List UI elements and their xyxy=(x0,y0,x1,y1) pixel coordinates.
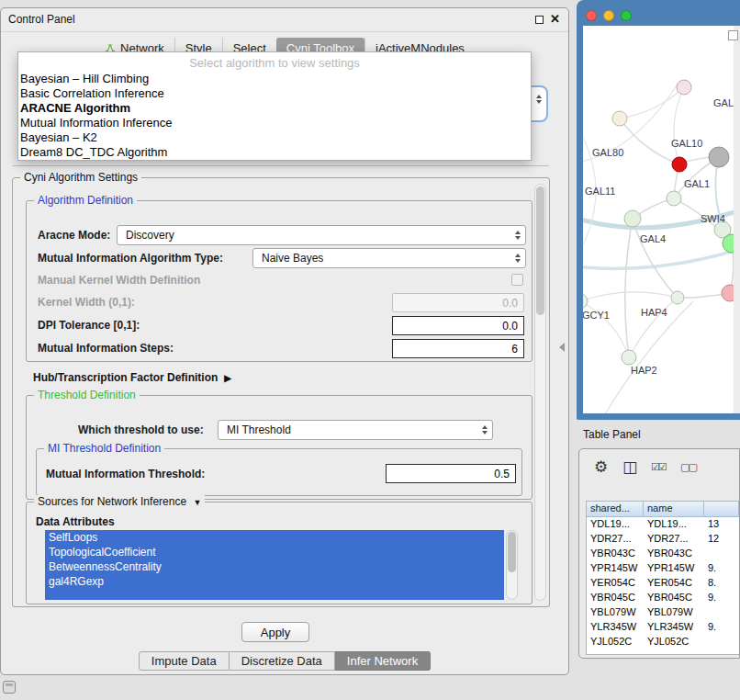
table-cell: 9. xyxy=(704,561,739,576)
network-canvas[interactable]: GAL80GAL10GALGAL11GAL1SWI4GAL4GCY1HAP4HA… xyxy=(583,26,734,413)
mi-threshold-field[interactable]: 0.5 xyxy=(386,464,516,483)
mi-algorithm-type-label: Mutual Information Algorithm Type: xyxy=(38,252,223,265)
network-edge xyxy=(583,292,678,301)
network-node-label: HAP2 xyxy=(631,365,657,376)
network-edge xyxy=(625,219,633,357)
which-threshold-value: MI Threshold xyxy=(227,423,291,436)
minimize-traffic-light-icon[interactable] xyxy=(603,10,614,21)
network-node[interactable] xyxy=(709,147,729,167)
table-row[interactable]: YLR345WYLR345W9. xyxy=(587,620,739,635)
network-node-label: GAL80 xyxy=(592,147,623,158)
unselect-all-columns-icon[interactable]: ▢▢ xyxy=(680,461,696,473)
table-row[interactable]: YBL079WYBL079W xyxy=(587,605,739,620)
table-row[interactable]: YDL19...YDL19...13 xyxy=(587,517,739,532)
attribute-item[interactable]: TopologicalCoefficient xyxy=(45,545,504,559)
tab-discretize-data[interactable]: Discretize Data xyxy=(230,651,335,671)
kernel-width-label: Kernel Width (0,1): xyxy=(38,296,135,309)
chevron-down-icon[interactable]: ▼ xyxy=(193,498,201,507)
settings-group-title: Cyni Algorithm Settings xyxy=(20,171,141,184)
panel-resize-arrow[interactable] xyxy=(559,343,565,352)
network-graph: GAL80GAL10GALGAL11GAL1SWI4GAL4GCY1HAP4HA… xyxy=(583,26,734,413)
control-panel-titlebar: Control Panel ✕ xyxy=(1,8,568,32)
mi-steps-field[interactable]: 6 xyxy=(392,339,524,358)
network-edge xyxy=(620,87,684,119)
table-row[interactable]: YBR043CYBR043C xyxy=(587,547,739,561)
show-columns-icon[interactable]: ◫ xyxy=(622,457,637,477)
apply-button[interactable]: Apply xyxy=(241,622,309,642)
manual-kernel-checkbox xyxy=(511,274,523,286)
algorithm-option[interactable]: Basic Correlation Inference xyxy=(18,86,531,101)
table-cell: YER054C xyxy=(587,576,644,591)
column-header[interactable] xyxy=(704,502,739,517)
algorithm-option[interactable]: Bayesian – Hill Climbing xyxy=(18,72,531,86)
sources-group: Sources for Network Inference ▼ Data Att… xyxy=(26,502,533,604)
sources-group-title: Sources for Network Inference ▼ xyxy=(34,495,205,508)
algorithm-option[interactable]: ARACNE Algorithm xyxy=(18,101,531,116)
network-node[interactable] xyxy=(677,80,691,95)
which-threshold-select[interactable]: MI Threshold xyxy=(218,420,493,440)
close-traffic-light-icon[interactable] xyxy=(586,10,597,21)
network-node-gal10[interactable] xyxy=(672,157,687,172)
column-header[interactable]: name xyxy=(644,502,704,517)
table-cell: YBR045C xyxy=(587,591,644,605)
zoom-traffic-light-icon[interactable] xyxy=(621,10,632,21)
chevron-right-icon: ▶ xyxy=(224,373,231,383)
table-cell: YLR345W xyxy=(644,620,704,635)
table-settings-gear-icon[interactable]: ⚙ xyxy=(594,457,608,477)
settings-scrollbar-thumb[interactable] xyxy=(536,186,544,315)
mi-algorithm-type-select[interactable]: Naive Bayes xyxy=(252,248,526,268)
which-threshold-label: Which threshold to use: xyxy=(78,423,204,436)
table-row[interactable]: YJL052CYJL052C xyxy=(587,635,739,649)
attribute-item[interactable]: gal4RGexp xyxy=(45,574,504,589)
close-icon[interactable]: ✕ xyxy=(550,12,560,26)
table-row[interactable]: YBR045CYBR045C9. xyxy=(587,591,739,605)
network-node-gal4[interactable] xyxy=(624,210,641,227)
network-node-label: GAL4 xyxy=(640,233,666,244)
table-row[interactable]: YER054CYER054C8. xyxy=(587,576,739,591)
table-panel-window: ⚙ ◫ ☑☑ ▢▢ shared...name YDL19...YDL19...… xyxy=(578,448,740,659)
aracne-mode-value: Discovery xyxy=(126,229,174,242)
float-window-icon[interactable] xyxy=(535,16,544,24)
column-header[interactable]: shared... xyxy=(587,502,644,517)
table-cell: YDR27... xyxy=(644,532,704,547)
table-row[interactable]: YPR145WYPR145W9. xyxy=(587,561,739,576)
attribute-item-partial[interactable] xyxy=(45,589,504,600)
network-node[interactable] xyxy=(722,285,734,301)
combo-stepper-icon xyxy=(482,421,488,439)
tab-infer-network[interactable]: Infer Network xyxy=(335,651,431,671)
tab-impute-data[interactable]: Impute Data xyxy=(139,651,230,671)
aracne-mode-select[interactable]: Discovery xyxy=(117,225,526,245)
algorithm-definition-title: Algorithm Definition xyxy=(34,194,137,207)
table-cell xyxy=(704,547,739,561)
algorithm-definition-group: Algorithm Definition Aracne Mode: Discov… xyxy=(26,200,533,362)
window-traffic-lights xyxy=(586,10,632,21)
table-cell xyxy=(704,605,739,620)
birdseye-toggle-icon[interactable] xyxy=(728,30,738,40)
algorithm-dropdown-popup: Select algorithm to view settings Bayesi… xyxy=(17,51,532,161)
table-row[interactable]: YDR27...YDR27...12 xyxy=(587,532,739,547)
hub-transcription-factor-expander[interactable]: Hub/Transcription Factor Definition ▶ xyxy=(33,371,231,384)
dpi-tolerance-field[interactable]: 0.0 xyxy=(392,316,524,335)
attributes-scrollbar-thumb[interactable] xyxy=(508,532,516,572)
mi-threshold-group-title: MI Threshold Definition xyxy=(44,442,164,455)
attribute-item[interactable]: BetweennessCentrality xyxy=(45,559,504,574)
network-node-gal1[interactable] xyxy=(667,191,681,206)
dpi-tolerance-label: DPI Tolerance [0,1]: xyxy=(38,319,140,332)
network-node-label: GAL11 xyxy=(585,186,615,197)
network-window-right-strip xyxy=(734,26,740,413)
network-node[interactable] xyxy=(612,111,627,126)
minimized-panel-icon[interactable] xyxy=(3,681,16,694)
table-cell: YDR27... xyxy=(587,532,644,547)
data-attributes-list: SelfLoopsTopologicalCoefficientBetweenne… xyxy=(45,530,504,600)
network-node-hap4[interactable] xyxy=(671,291,684,304)
select-all-columns-icon[interactable]: ☑☑ xyxy=(651,461,666,473)
table-cell: YBR043C xyxy=(644,547,704,561)
attribute-item[interactable]: SelfLoops xyxy=(45,530,504,545)
window-title: Control Panel xyxy=(8,13,75,26)
network-edge xyxy=(601,301,693,413)
network-node-hap2[interactable] xyxy=(622,350,636,365)
algorithm-option[interactable]: Dream8 DC_TDC Algorithm xyxy=(18,145,531,160)
network-node-gcy1[interactable] xyxy=(583,294,588,309)
algorithm-option[interactable]: Bayesian – K2 xyxy=(18,130,531,145)
algorithm-option[interactable]: Mutual Information Inference xyxy=(18,116,531,130)
